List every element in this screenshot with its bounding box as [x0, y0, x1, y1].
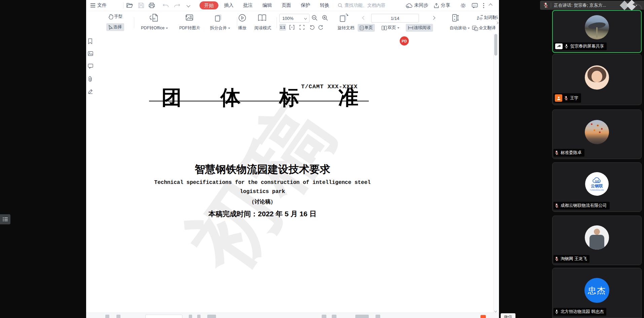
svg-text:中: 中 [479, 17, 483, 21]
rotate-left-button[interactable] [309, 24, 315, 31]
tab-insert[interactable]: 插入 [224, 0, 234, 11]
mic-muted-icon [564, 96, 568, 101]
screen-share-icon [555, 43, 563, 49]
chevron-right-icon [431, 16, 435, 20]
word-translate-button[interactable]: a中 划词翻译 [476, 14, 498, 21]
participant-name: 淘钢网 王龙飞 [561, 256, 587, 262]
avatar [585, 65, 609, 90]
split-merge-button[interactable]: 拆分合并 [206, 25, 235, 31]
reply-arrow-icon [632, 1, 643, 10]
status-input[interactable] [145, 315, 182, 318]
print-button[interactable] [149, 0, 155, 11]
pdf-to-office-button[interactable]: PDF转Office [138, 25, 171, 31]
rotate-document-icon [337, 13, 350, 23]
fit-width-button[interactable] [288, 24, 295, 31]
tab-protect[interactable]: 保护 [301, 0, 310, 11]
undo-button[interactable] [163, 0, 169, 11]
settings-button[interactable] [460, 0, 466, 11]
hand-tool-button[interactable]: 手型 [108, 14, 122, 20]
share-button[interactable]: 分享 [434, 0, 450, 11]
document-title: 智慧钢铁物流园建设技术要求 [128, 162, 397, 177]
fit-page-button[interactable] [298, 24, 305, 31]
zoom-in-button[interactable] [321, 14, 329, 22]
single-page-icon [360, 26, 364, 30]
vertical-scrollbar[interactable] [493, 34, 498, 313]
sync-status-button[interactable]: 未同步 [406, 0, 428, 11]
zoom-out-button[interactable] [311, 14, 318, 22]
participant-name-bar: 标准委陈卓 [553, 149, 584, 157]
side-rail [86, 34, 96, 313]
tab-start[interactable]: 开始 [200, 0, 218, 11]
auto-scroll-button[interactable]: 自动滚动 [449, 25, 470, 31]
svg-text:A: A [475, 28, 477, 30]
thumbnail-image-icon[interactable] [88, 51, 94, 57]
tab-edit[interactable]: 编辑 [262, 0, 272, 11]
main-menu-button[interactable]: 文件 [90, 0, 107, 11]
participant-name-bar: 北方恒达物流园 韩忠杰 [553, 308, 606, 316]
status-icon[interactable] [189, 315, 192, 318]
attachment-icon[interactable] [88, 76, 94, 82]
contents-widget-button[interactable] [0, 214, 10, 224]
menu-bar: 文件 开始 插入 批注 编辑 页面 保护 [86, 0, 499, 11]
status-icon[interactable] [355, 315, 369, 318]
status-app-icon[interactable] [480, 315, 486, 318]
collapse-toolbar-button[interactable] [489, 0, 492, 11]
signature-icon[interactable] [88, 89, 94, 95]
open-button[interactable] [127, 0, 133, 11]
participant-tile[interactable]: 淘钢网 王龙飞 [552, 216, 642, 265]
avatar [585, 225, 609, 250]
participant-tile[interactable]: 标准委陈卓 [552, 109, 642, 159]
avatar: 忠杰 [584, 278, 609, 303]
participant-tile[interactable]: GD 云钢联 YUNGANGLIAN 成都云钢联物流有限公司 [552, 162, 642, 212]
avatar [585, 120, 609, 144]
status-icon[interactable] [322, 315, 326, 318]
rotate-right-button[interactable] [317, 24, 324, 31]
play-icon [237, 13, 247, 23]
participant-tile[interactable]: 忠杰 北方恒达物流园 韩忠杰 [552, 268, 642, 318]
rotate-document-button[interactable]: 旋转文档 [335, 25, 357, 31]
status-icon[interactable] [116, 315, 120, 318]
tab-comment[interactable]: 批注 [243, 0, 253, 11]
standard-number: T/CAMT XXX-XXXX [96, 84, 358, 90]
save-button[interactable] [138, 0, 144, 11]
tab-page[interactable]: 页面 [282, 0, 291, 11]
double-page-button[interactable]: 双页 [380, 24, 401, 32]
taskbar-wechat-label[interactable]: 微信 [501, 313, 515, 318]
pdf-page[interactable]: 初稿 团体标准 T/CAMT XXX-XXXX 智慧钢铁物流园建设技术要求 Te… [96, 34, 493, 313]
quick-access-dropdown[interactable] [187, 0, 190, 11]
divider [277, 17, 277, 28]
participant-tile[interactable]: 王宇 [552, 54, 642, 105]
pdf-to-image-button[interactable]: PDF转图片 [176, 25, 203, 31]
page-indicator[interactable]: 1/14 [371, 14, 419, 23]
actual-size-button[interactable]: 1:1 [279, 24, 286, 31]
participant-tile[interactable]: 贺宗春的屏幕共享 [552, 10, 642, 53]
status-icon[interactable] [332, 315, 336, 318]
avatar [585, 15, 609, 39]
previous-page-button[interactable] [361, 14, 367, 21]
participant-name: 王宇 [570, 95, 578, 101]
toolbar-expand-button[interactable] [495, 21, 499, 25]
bookmark-icon[interactable] [88, 38, 94, 44]
status-icon[interactable] [207, 315, 216, 318]
status-icon[interactable] [375, 315, 380, 318]
play-button[interactable]: 播放 [236, 25, 249, 31]
share-arrow-icon [434, 3, 439, 8]
continuous-read-button[interactable]: 连续阅读 [406, 24, 433, 32]
feedback-button[interactable] [472, 0, 478, 11]
zoom-level-dropdown[interactable]: 100% [279, 14, 310, 23]
tab-convert[interactable]: 转换 [320, 0, 329, 11]
single-page-button[interactable]: 单页 [358, 24, 375, 32]
status-icon[interactable] [197, 315, 201, 318]
more-options-button[interactable] [483, 0, 484, 11]
status-icon[interactable] [105, 315, 109, 318]
next-page-button[interactable] [431, 14, 436, 21]
comment-icon[interactable] [88, 64, 94, 70]
select-tool-button[interactable]: 选择 [106, 23, 124, 31]
search-input[interactable]: 查找功能、文档内容 [338, 0, 386, 11]
dropdown-caret [468, 28, 470, 29]
full-translate-button[interactable]: 文A 全文翻译 [472, 25, 498, 31]
read-mode-button[interactable]: 阅读模式 [251, 25, 275, 31]
scrollbar-thumb[interactable] [494, 34, 497, 56]
rotate-ccw-icon [310, 25, 315, 30]
redo-button[interactable] [174, 0, 180, 11]
